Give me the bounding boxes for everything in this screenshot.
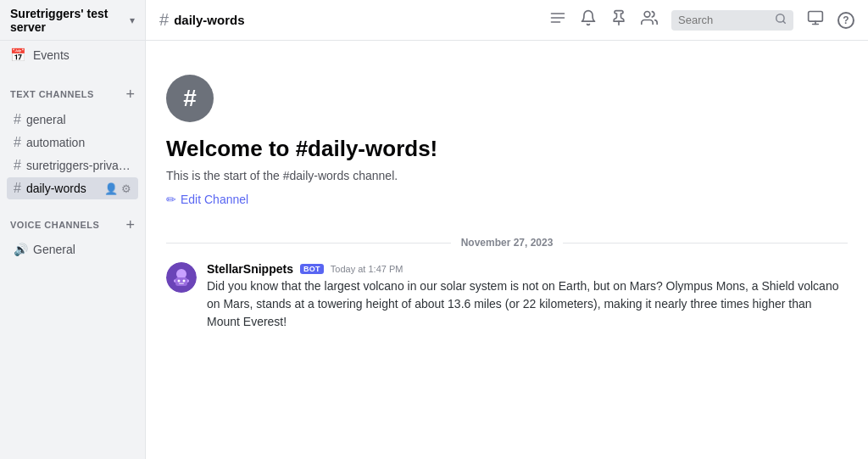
search-icon — [775, 13, 787, 27]
message-timestamp: Today at 1:47 PM — [331, 264, 403, 274]
welcome-section: # Welcome to #daily-words! This is the s… — [146, 41, 868, 223]
topbar-channel: # daily-words — [159, 10, 539, 30]
channel-name: daily-words — [26, 182, 101, 195]
message-content: StellarSnippets BOT Today at 1:47 PM Did… — [207, 262, 848, 331]
pencil-icon: ✏ — [166, 193, 176, 206]
search-box[interactable] — [671, 10, 793, 31]
server-name: Suretriggers' test server — [10, 7, 128, 34]
channel-automation[interactable]: # automation — [7, 132, 138, 154]
channel-name: General — [33, 243, 131, 256]
text-channels-section: TEXT CHANNELS + # general # automation #… — [0, 70, 145, 200]
channel-name: automation — [26, 136, 131, 149]
bot-badge: BOT — [300, 264, 324, 274]
message-text: Did you know that the largest volcano in… — [207, 277, 848, 331]
svg-point-4 — [644, 12, 650, 18]
main-content: # daily-words — [146, 0, 868, 459]
channel-hash-icon: # — [14, 135, 21, 150]
text-channels-header: TEXT CHANNELS + — [7, 83, 138, 105]
welcome-subtitle: This is the start of the #daily-words ch… — [166, 169, 848, 182]
divider-line-left — [166, 243, 451, 243]
svg-line-6 — [783, 21, 786, 24]
welcome-title: Welcome to #daily-words! — [166, 136, 848, 162]
channel-name: general — [26, 113, 131, 126]
notification-bell-icon[interactable] — [580, 9, 597, 31]
help-icon[interactable]: ? — [837, 12, 854, 29]
date-divider: November 27, 2023 — [146, 223, 868, 262]
add-voice-channel-button[interactable]: + — [125, 217, 135, 232]
channel-action-icons: 👤 ⚙ — [104, 182, 131, 195]
svg-rect-14 — [175, 277, 187, 286]
text-channels-label: TEXT CHANNELS — [10, 89, 94, 99]
server-dropdown-chevron: ▾ — [130, 14, 135, 26]
events-icon: 📅 — [10, 48, 26, 63]
topbar: # daily-words — [146, 0, 868, 41]
date-divider-text: November 27, 2023 — [461, 237, 554, 249]
channel-daily-words[interactable]: # daily-words 👤 ⚙ — [7, 177, 138, 199]
manage-members-icon[interactable]: 👤 — [104, 182, 118, 195]
voice-channels-label: VOICE CHANNELS — [10, 220, 99, 230]
server-header[interactable]: Suretriggers' test server ▾ — [0, 0, 145, 41]
channel-hash-icon: # — [14, 158, 21, 173]
add-text-channel-button[interactable]: + — [125, 87, 135, 102]
channel-general[interactable]: # general — [7, 109, 138, 131]
svg-rect-7 — [809, 12, 823, 22]
settings-icon[interactable]: ⚙ — [121, 182, 131, 195]
avatar — [166, 262, 197, 293]
members-icon[interactable] — [641, 9, 658, 31]
topbar-actions: ? — [549, 9, 854, 31]
svg-point-15 — [178, 280, 181, 283]
messages-list: StellarSnippets BOT Today at 1:47 PM Did… — [146, 262, 868, 361]
topbar-hash-icon: # — [159, 10, 169, 30]
channel-name: suretriggers-private-cha... — [26, 159, 131, 172]
search-input[interactable] — [678, 14, 770, 26]
chat-area: # Welcome to #daily-words! This is the s… — [146, 41, 868, 459]
channel-hash-icon: # — [14, 181, 21, 196]
divider-line-right — [563, 243, 848, 243]
events-label: Events — [33, 48, 70, 62]
message-header: StellarSnippets BOT Today at 1:47 PM — [207, 262, 848, 276]
message-row: StellarSnippets BOT Today at 1:47 PM Did… — [166, 262, 848, 331]
channel-welcome-icon: # — [166, 75, 214, 122]
channel-hash-icon: # — [14, 112, 21, 127]
voice-channel-general[interactable]: 🔊 General — [7, 239, 138, 260]
inbox-icon[interactable] — [807, 9, 824, 31]
voice-channels-header: VOICE CHANNELS + — [7, 214, 138, 236]
voice-channels-section: VOICE CHANNELS + 🔊 General — [0, 200, 145, 260]
pin-icon[interactable] — [610, 9, 627, 31]
edit-channel-button[interactable]: ✏ Edit Channel — [166, 193, 848, 206]
events-item[interactable]: 📅 Events — [0, 41, 145, 70]
voice-icon: 🔊 — [14, 243, 28, 256]
threads-icon[interactable] — [549, 9, 566, 31]
message-author: StellarSnippets — [207, 262, 293, 276]
svg-rect-17 — [179, 283, 184, 285]
svg-point-16 — [183, 280, 186, 283]
edit-channel-label: Edit Channel — [181, 193, 248, 206]
topbar-channel-name: daily-words — [174, 13, 244, 27]
channel-suretriggers-private[interactable]: # suretriggers-private-cha... — [7, 154, 138, 176]
sidebar: Suretriggers' test server ▾ 📅 Events TEX… — [0, 0, 146, 459]
